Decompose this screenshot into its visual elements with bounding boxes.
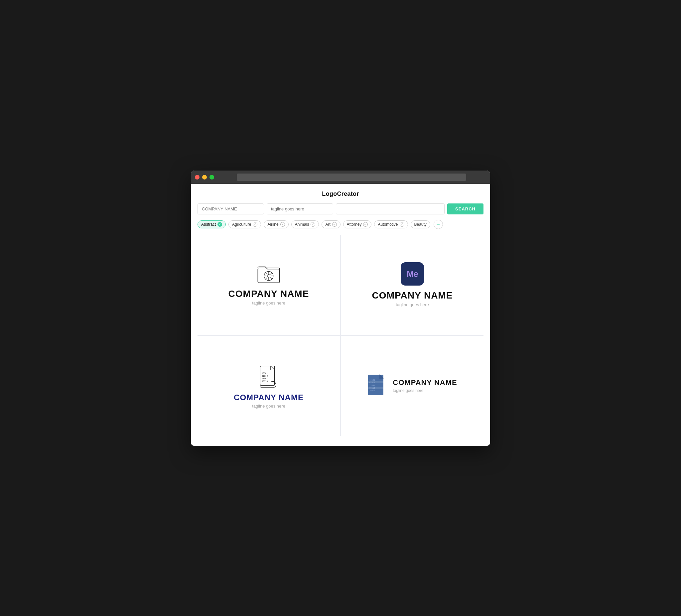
- binary-doc-icon: 10101 01010 11001 00110: [259, 363, 279, 388]
- search-input[interactable]: [336, 203, 445, 214]
- filter-animals-label: Animals: [295, 222, 309, 227]
- filter-attorney-label: Attorney: [347, 222, 362, 227]
- svg-rect-22: [368, 381, 383, 383]
- check-icon-animals: ✓: [310, 222, 315, 227]
- titlebar: [191, 171, 490, 184]
- check-icon-art: ✓: [332, 222, 337, 227]
- folder-tech-icon: [257, 264, 280, 284]
- url-bar[interactable]: [237, 174, 466, 181]
- filter-automotive[interactable]: Automotive ✓: [374, 221, 408, 228]
- svg-text:01010: 01010: [262, 375, 268, 377]
- logo-card-4[interactable]: 10101 01010 11001 00110 10011 COMPANY NA: [341, 336, 483, 436]
- filter-agriculture[interactable]: Agriculture ✓: [228, 221, 261, 228]
- logo-card-2[interactable]: Me COMPANY NAME tagline goes here: [341, 235, 483, 335]
- card2-tagline: tagline goes here: [396, 302, 429, 307]
- svg-line-10: [266, 278, 267, 279]
- check-icon-attorney: ✓: [363, 222, 368, 227]
- maximize-button[interactable]: [209, 175, 214, 180]
- card3-company-name: COMPANY NAME: [234, 393, 304, 402]
- blue-doc-icon: 10101 01010 11001 00110 10011: [368, 373, 387, 398]
- filter-abstract-label: Abstract: [201, 222, 216, 227]
- check-icon-abstract: ✓: [218, 222, 222, 227]
- check-icon-airline: ✓: [280, 222, 285, 227]
- svg-line-8: [270, 278, 272, 279]
- svg-text:00110: 00110: [262, 380, 268, 382]
- filter-abstract[interactable]: Abstract ✓: [198, 221, 226, 228]
- filter-agriculture-label: Agriculture: [232, 222, 251, 227]
- check-icon-automotive: ✓: [400, 222, 404, 227]
- logo-card-1[interactable]: COMPANY NAME tagline goes here: [198, 235, 340, 335]
- card1-tagline: tagline goes here: [252, 301, 285, 306]
- filter-beauty[interactable]: Beauty: [411, 221, 430, 228]
- svg-rect-23: [368, 387, 383, 389]
- svg-text:10011: 10011: [370, 390, 375, 392]
- filter-bar: Abstract ✓ Agriculture ✓ Airline ✓ Anima…: [198, 220, 483, 229]
- company-name-input[interactable]: [198, 203, 264, 214]
- search-button[interactable]: SEARCH: [447, 203, 483, 214]
- svg-line-9: [270, 273, 272, 274]
- filter-beauty-label: Beauty: [414, 222, 427, 227]
- svg-line-7: [266, 273, 267, 274]
- card3-tagline: tagline goes here: [252, 404, 285, 409]
- svg-text:10101: 10101: [370, 379, 375, 381]
- card1-company-name: COMPANY NAME: [228, 289, 309, 299]
- card4-text-block: COMPANY NAME tagline goes here: [393, 379, 457, 393]
- filter-art-label: Art: [325, 222, 330, 227]
- card4-company-name: COMPANY NAME: [393, 379, 457, 387]
- filter-automotive-label: Automotive: [378, 222, 398, 227]
- card4-tagline: tagline goes here: [393, 388, 457, 393]
- card2-company-name: COMPANY NAME: [372, 291, 453, 300]
- app-title: LogoCreator: [198, 190, 483, 198]
- close-button[interactable]: [195, 175, 200, 180]
- main-content: LogoCreator SEARCH Abstract ✓ Agricultur…: [191, 184, 490, 446]
- check-icon-agriculture: ✓: [253, 222, 257, 227]
- svg-text:10101: 10101: [262, 372, 268, 374]
- minimize-button[interactable]: [202, 175, 207, 180]
- logo-grid: COMPANY NAME tagline goes here Me COMPAN…: [198, 235, 483, 436]
- svg-point-2: [267, 275, 270, 278]
- svg-text:11001: 11001: [262, 377, 268, 380]
- tagline-input[interactable]: [267, 203, 333, 214]
- filter-airline[interactable]: Airline ✓: [264, 221, 288, 228]
- filter-next-button[interactable]: →: [434, 220, 443, 229]
- search-bar: SEARCH: [198, 203, 483, 214]
- filter-animals[interactable]: Animals ✓: [291, 221, 319, 228]
- me-badge-icon: Me: [401, 262, 424, 286]
- svg-text:11001: 11001: [370, 384, 375, 386]
- filter-airline-label: Airline: [267, 222, 278, 227]
- filter-art[interactable]: Art ✓: [322, 221, 340, 228]
- filter-attorney[interactable]: Attorney ✓: [343, 221, 372, 228]
- card4-content: 10101 01010 11001 00110 10011 COMPANY NA: [368, 373, 457, 398]
- logo-card-3[interactable]: 10101 01010 11001 00110 COMPANY NAME tag…: [198, 336, 340, 436]
- app-window: LogoCreator SEARCH Abstract ✓ Agricultur…: [191, 171, 490, 446]
